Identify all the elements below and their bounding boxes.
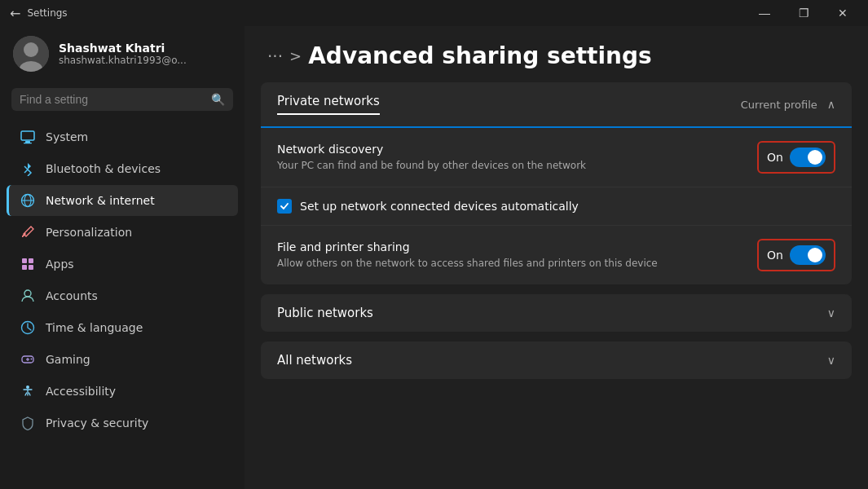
search-box[interactable]: 🔍 [11,88,233,111]
sidebar-item-time[interactable]: Time & language [7,312,238,343]
public-networks-title: Public networks [277,306,373,320]
page-title: Advanced sharing settings [308,42,651,69]
accounts-icon [20,288,36,304]
svg-rect-5 [24,143,32,143]
sidebar-item-network[interactable]: Network & internet [7,185,238,216]
all-networks-header[interactable]: All networks ∨ [261,341,852,379]
search-icon: 🔍 [211,93,225,106]
sidebar-item-bluetooth[interactable]: Bluetooth & devices [7,153,238,184]
user-info: Shashwat Khatri shashwat.khatri1993@o... [59,42,187,66]
file-sharing-row: File and printer sharing Allow others on… [261,226,852,284]
sidebar-item-accessibility[interactable]: Accessibility [7,376,238,407]
network-discovery-toggle-container[interactable]: On [757,141,835,174]
file-sharing-info: File and printer sharing Allow others on… [277,240,738,271]
network-discovery-toggle-label: On [767,151,783,164]
user-email: shashwat.khatri1993@o... [59,55,187,66]
sidebar-item-personalization[interactable]: Personalization [7,217,238,248]
user-name: Shashwat Khatri [59,42,187,55]
apps-icon [20,256,36,272]
avatar [13,36,49,72]
all-networks-section: All networks ∨ [261,341,852,379]
auto-connect-row[interactable]: Set up network connected devices automat… [261,187,852,226]
svg-rect-4 [25,141,30,143]
svg-rect-10 [29,258,33,263]
file-sharing-toggle-container[interactable]: On [757,239,835,271]
network-discovery-toggle[interactable] [790,148,826,167]
sidebar-item-privacy[interactable]: Privacy & security [7,408,238,438]
network-discovery-desc: Your PC can find and be found by other d… [277,159,738,173]
sidebar-item-system[interactable]: System [7,121,238,152]
toggle-thumb [808,150,822,165]
network-discovery-row: Network discovery Your PC can find and b… [261,128,852,187]
svg-point-18 [31,359,33,360]
public-networks-section: Public networks ∨ [261,294,852,332]
all-networks-title: All networks [277,353,352,368]
sidebar-item-label-network: Network & internet [46,194,155,207]
toggle-track-2 [790,245,826,265]
accessibility-icon [20,383,36,399]
toggle-thumb-2 [808,248,822,262]
public-networks-header[interactable]: Public networks ∨ [261,294,852,332]
sidebar-item-label-personalization: Personalization [46,226,132,239]
sidebar-item-accounts[interactable]: Accounts [7,280,238,311]
window-title: Settings [27,7,67,19]
svg-rect-9 [22,258,27,263]
sidebar-item-gaming[interactable]: Gaming [7,344,238,375]
sidebar-item-label-accessibility: Accessibility [46,385,116,398]
privacy-icon [20,415,36,431]
auto-connect-checkbox[interactable] [277,199,292,214]
back-arrow-icon[interactable]: ← [10,6,20,21]
svg-rect-3 [21,131,34,140]
network-discovery-info: Network discovery Your PC can find and b… [277,143,738,173]
page-header: ··· > Advanced sharing settings [245,26,868,82]
file-sharing-label: File and printer sharing [277,240,738,253]
file-sharing-desc: Allow others on the network to access sh… [277,257,738,271]
breadcrumb-arrow: > [289,47,302,64]
maximize-button[interactable]: ❐ [785,0,822,26]
title-bar: ← Settings — ❐ ✕ [0,0,868,26]
toggle-track [790,148,826,167]
bluetooth-icon [20,161,36,177]
network-icon [20,192,36,209]
app-body: Shashwat Khatri shashwat.khatri1993@o...… [0,26,868,489]
sidebar-item-label-gaming: Gaming [46,353,90,366]
breadcrumb-dots[interactable]: ··· [267,46,283,66]
file-sharing-toggle-label: On [767,249,783,262]
current-profile-label: Current profile [741,99,817,111]
minimize-button[interactable]: — [746,0,783,26]
time-icon [20,319,36,336]
all-networks-chevron-down-icon: ∨ [827,354,835,367]
private-tab-label: Private networks [277,94,380,115]
chevron-up-icon: ∧ [827,98,835,111]
main-content: ··· > Advanced sharing settings Private … [245,26,868,489]
sidebar-item-label-time: Time & language [46,321,143,334]
window-controls: — ❐ ✕ [746,0,861,26]
auto-connect-label: Set up network connected devices automat… [300,200,579,213]
system-icon [20,129,36,145]
close-button[interactable]: ✕ [824,0,861,26]
sidebar-item-apps[interactable]: Apps [7,249,238,280]
sidebar-item-label-bluetooth: Bluetooth & devices [46,162,161,175]
svg-rect-11 [22,265,27,270]
sidebar-item-label-privacy: Privacy & security [46,416,148,430]
personalization-icon [20,224,36,240]
section-header-right: Current profile ∧ [741,98,835,111]
sidebar-item-label-system: System [46,130,88,143]
svg-point-1 [24,42,38,57]
gaming-icon [20,351,36,368]
search-input[interactable] [20,93,205,106]
svg-point-19 [26,385,29,389]
nav-list: System Bluetooth & devices Network & int… [0,117,245,489]
network-discovery-label: Network discovery [277,143,738,156]
user-profile[interactable]: Shashwat Khatri shashwat.khatri1993@o... [0,26,245,82]
sidebar-item-label-accounts: Accounts [46,289,98,302]
svg-rect-12 [29,265,33,270]
sidebar: Shashwat Khatri shashwat.khatri1993@o...… [0,26,245,489]
private-networks-section: Private networks Current profile ∧ Netwo… [261,82,852,284]
public-chevron-down-icon: ∨ [827,306,835,319]
private-networks-header[interactable]: Private networks Current profile ∧ [261,82,852,128]
svg-point-13 [24,290,31,297]
file-sharing-toggle[interactable] [790,245,826,265]
sidebar-item-label-apps: Apps [46,258,74,271]
